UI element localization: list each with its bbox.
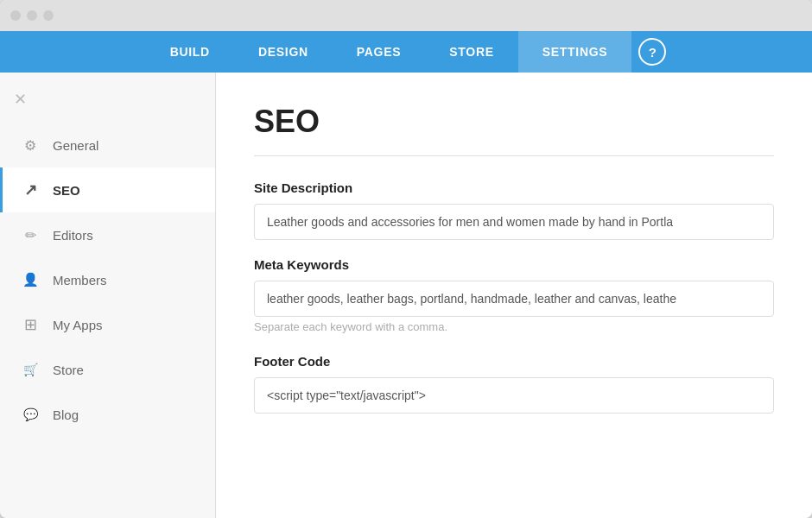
- close-btn[interactable]: [10, 10, 21, 21]
- sidebar: ✕ General SEO Editors Members My Apps: [0, 73, 216, 518]
- sidebar-label-myapps: My Apps: [53, 318, 103, 332]
- person-icon: [20, 269, 41, 290]
- navbar: BUILD DESIGN PAGES STORE SETTINGS ?: [0, 31, 812, 73]
- content-area: SEO Site Description Meta Keywords Separ…: [216, 73, 812, 518]
- grid-icon: [20, 314, 41, 335]
- sidebar-label-blog: Blog: [53, 407, 79, 422]
- sidebar-close-button[interactable]: ✕: [0, 86, 215, 123]
- titlebar: [0, 0, 812, 31]
- maximize-btn[interactable]: [43, 10, 54, 21]
- pencil-icon: [20, 224, 41, 245]
- sidebar-label-members: Members: [53, 273, 107, 287]
- page-title: SEO: [254, 104, 774, 140]
- nav-pages[interactable]: PAGES: [333, 31, 425, 73]
- sidebar-item-seo[interactable]: SEO: [0, 167, 215, 212]
- cart-icon: [20, 359, 41, 380]
- nav-design[interactable]: DESIGN: [234, 31, 333, 73]
- divider: [254, 155, 774, 156]
- sidebar-item-blog[interactable]: Blog: [0, 392, 215, 437]
- footer-code-label: Footer Code: [254, 354, 774, 369]
- titlebar-buttons: [10, 10, 54, 21]
- nav-store[interactable]: STORE: [425, 31, 517, 73]
- sidebar-item-myapps[interactable]: My Apps: [0, 302, 215, 347]
- chat-icon: [20, 404, 41, 425]
- meta-keywords-hint: Separate each keyword with a comma.: [254, 320, 774, 333]
- site-description-label: Site Description: [254, 180, 774, 195]
- sidebar-label-editors: Editors: [53, 228, 93, 243]
- meta-keywords-label: Meta Keywords: [254, 257, 774, 272]
- main-area: ✕ General SEO Editors Members My Apps: [0, 73, 812, 518]
- sidebar-item-store[interactable]: Store: [0, 347, 215, 392]
- nav-build[interactable]: BUILD: [146, 31, 234, 73]
- gear-icon: [20, 135, 41, 155]
- trend-icon: [20, 180, 41, 200]
- sidebar-item-editors[interactable]: Editors: [0, 212, 215, 257]
- site-description-input[interactable]: [254, 204, 774, 240]
- meta-keywords-input[interactable]: [254, 281, 774, 317]
- footer-code-input[interactable]: [254, 377, 774, 414]
- app-window: BUILD DESIGN PAGES STORE SETTINGS ? ✕ Ge…: [0, 0, 812, 518]
- nav-settings[interactable]: SETTINGS: [518, 31, 632, 73]
- sidebar-label-seo: SEO: [53, 183, 80, 198]
- sidebar-label-general: General: [53, 138, 98, 153]
- minimize-btn[interactable]: [27, 10, 37, 21]
- sidebar-label-store: Store: [53, 363, 84, 377]
- sidebar-item-members[interactable]: Members: [0, 257, 215, 302]
- help-button[interactable]: ?: [638, 38, 666, 66]
- sidebar-item-general[interactable]: General: [0, 123, 215, 167]
